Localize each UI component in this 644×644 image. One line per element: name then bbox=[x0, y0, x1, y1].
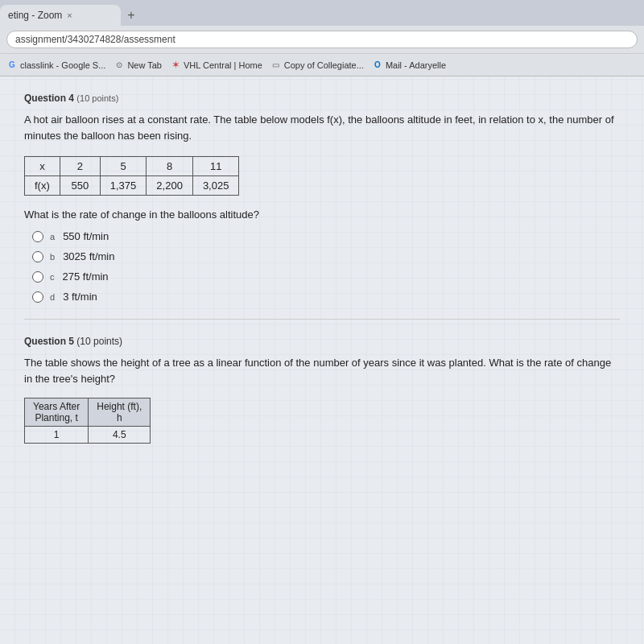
question5-header: Question 5 (10 points) bbox=[24, 336, 620, 347]
option-b-letter: b bbox=[50, 252, 55, 262]
question4-text: A hot air balloon rises at a constant ra… bbox=[24, 112, 620, 143]
option-d[interactable]: d 3 ft/min bbox=[32, 291, 620, 303]
question4-table: x 2 5 8 11 f(x) 550 1,375 2,200 3,025 bbox=[24, 156, 239, 196]
bookmark-mail[interactable]: O Mail - Adaryelle bbox=[372, 60, 446, 71]
tab-bar: eting - Zoom × + bbox=[0, 0, 644, 26]
option-a-text: 550 ft/min bbox=[63, 230, 109, 242]
table-cell: 11 bbox=[192, 157, 239, 176]
question4-options: a 550 ft/min b 3025 ft/min c 275 ft/min … bbox=[32, 230, 620, 303]
question4-header: Question 4 (10 points) bbox=[24, 93, 620, 104]
table-cell: 550 bbox=[60, 176, 100, 196]
new-tab-button[interactable]: + bbox=[121, 5, 142, 26]
table-cell: 5 bbox=[100, 157, 147, 176]
q5-cell-year: 1 bbox=[25, 427, 89, 444]
option-d-text: 3 ft/min bbox=[63, 291, 97, 303]
option-b[interactable]: b 3025 ft/min bbox=[32, 250, 620, 262]
bookmark-newtab[interactable]: ⊙ New Tab bbox=[114, 60, 162, 71]
active-tab[interactable]: eting - Zoom × bbox=[0, 5, 121, 26]
question5-title: Question 5 bbox=[24, 336, 74, 347]
bookmark-classlink-label: classlink - Google S... bbox=[20, 60, 105, 70]
q5-header-height: Height (ft),h bbox=[89, 398, 151, 427]
table-cell: 1,375 bbox=[100, 176, 147, 196]
bookmark-vhl-label: VHL Central | Home bbox=[184, 60, 262, 70]
mail-icon: O bbox=[372, 60, 383, 71]
bookmark-collegiate-label: Copy of Collegiate... bbox=[284, 60, 364, 70]
table-cell: 8 bbox=[147, 157, 193, 176]
q5-header-row: Years AfterPlanting, t Height (ft),h bbox=[25, 398, 151, 427]
option-a-letter: a bbox=[50, 232, 55, 242]
tab-label: eting - Zoom bbox=[8, 10, 62, 21]
question4-title: Question 4 bbox=[24, 93, 74, 104]
table-cell: 3,025 bbox=[192, 176, 239, 196]
radio-d[interactable] bbox=[32, 291, 43, 303]
q5-data-row-1: 1 4.5 bbox=[25, 427, 151, 444]
bookmark-classlink[interactable]: G classlink - Google S... bbox=[6, 60, 105, 71]
radio-b[interactable] bbox=[32, 251, 43, 262]
option-c-text: 275 ft/min bbox=[63, 270, 109, 283]
question5-table: Years AfterPlanting, t Height (ft),h 1 4… bbox=[24, 398, 151, 444]
table-cell: 2,200 bbox=[147, 176, 193, 196]
table-cell: x bbox=[25, 157, 60, 176]
bookmark-mail-label: Mail - Adaryelle bbox=[386, 60, 446, 70]
page-content: Question 4 (10 points) A hot air balloon… bbox=[0, 76, 644, 644]
question4-subquestion: What is the rate of change in the balloo… bbox=[24, 208, 620, 221]
table-cell: 2 bbox=[60, 157, 100, 176]
bookmark-newtab-label: New Tab bbox=[127, 60, 162, 70]
vhl-icon: ✶ bbox=[170, 60, 181, 71]
address-bar: assignment/3430274828/assessment bbox=[0, 26, 644, 53]
radio-a[interactable] bbox=[32, 231, 43, 242]
bookmark-collegiate[interactable]: ▭ Copy of Collegiate... bbox=[270, 60, 364, 71]
address-input[interactable]: assignment/3430274828/assessment bbox=[6, 31, 638, 48]
table-cell: f(x) bbox=[25, 176, 60, 196]
browser-chrome: eting - Zoom × + assignment/3430274828/a… bbox=[0, 0, 644, 76]
q5-header-years: Years AfterPlanting, t bbox=[25, 398, 89, 427]
option-c-letter: c bbox=[50, 272, 55, 282]
q5-cell-height: 4.5 bbox=[89, 427, 151, 444]
table-row-x: x 2 5 8 11 bbox=[25, 157, 239, 176]
question4-points: (10 points) bbox=[76, 93, 118, 103]
bookmark-vhl[interactable]: ✶ VHL Central | Home bbox=[170, 60, 262, 71]
question4-container: Question 4 (10 points) A hot air balloon… bbox=[24, 93, 620, 303]
bookmarks-bar: G classlink - Google S... ⊙ New Tab ✶ VH… bbox=[0, 53, 644, 76]
tab-close-button[interactable]: × bbox=[67, 10, 72, 20]
classlink-icon: G bbox=[6, 60, 18, 71]
option-c[interactable]: c 275 ft/min bbox=[32, 270, 620, 283]
table-row-fx: f(x) 550 1,375 2,200 3,025 bbox=[25, 176, 239, 196]
question5-container: Question 5 (10 points) The table shows t… bbox=[24, 336, 620, 444]
radio-c[interactable] bbox=[32, 271, 43, 283]
option-b-text: 3025 ft/min bbox=[63, 250, 114, 262]
question5-text: The table shows the height of a tree as … bbox=[24, 355, 620, 386]
question-divider bbox=[24, 319, 620, 320]
newtab-icon: ⊙ bbox=[114, 60, 125, 71]
option-d-letter: d bbox=[50, 292, 55, 302]
collegiate-icon: ▭ bbox=[270, 60, 282, 71]
option-a[interactable]: a 550 ft/min bbox=[32, 230, 620, 242]
question5-points: (10 points) bbox=[76, 336, 122, 347]
